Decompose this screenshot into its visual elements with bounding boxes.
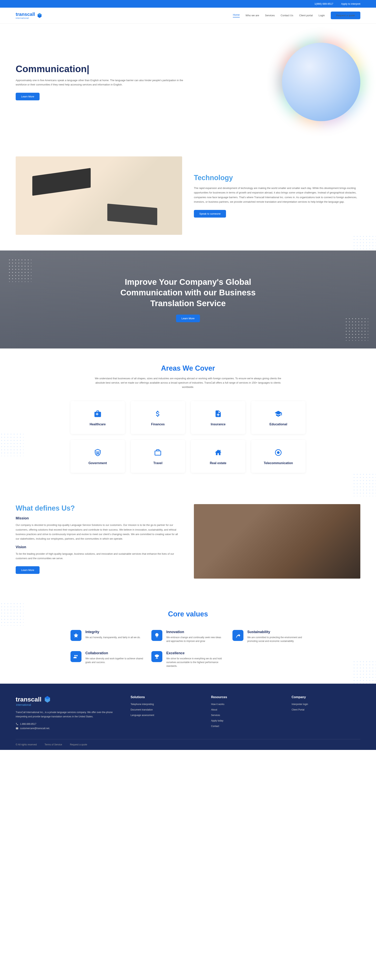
- mission-heading: Mission: [16, 516, 182, 520]
- value-name: Sustainability: [247, 630, 306, 634]
- areas-text: We understand that businesses of all sha…: [90, 376, 286, 389]
- footer-link[interactable]: How it works: [211, 703, 280, 706]
- government-icon: [93, 448, 103, 457]
- area-label: Telecommunication: [255, 461, 302, 465]
- area-card-travel[interactable]: Travel: [131, 440, 185, 473]
- footer-link[interactable]: Contact: [211, 725, 280, 727]
- area-label: Healthcare: [75, 423, 121, 426]
- dots-decoration: [345, 317, 368, 340]
- defines-learn-more-button[interactable]: Learn More: [16, 566, 40, 574]
- insurance-icon: [213, 409, 223, 418]
- area-label: Real estate: [195, 461, 241, 465]
- nav-contact[interactable]: Contact Us: [281, 14, 293, 17]
- innovation-icon: [151, 630, 162, 641]
- terms-link[interactable]: Terms of Service: [44, 743, 62, 746]
- values-title: Core values: [16, 610, 360, 618]
- dots-decoration: [0, 433, 24, 456]
- nav-home[interactable]: Home: [233, 13, 240, 18]
- footer-link[interactable]: Client Portal: [292, 708, 360, 711]
- vision-heading: Vision: [16, 545, 182, 549]
- footer-link[interactable]: Language assessment: [131, 714, 199, 717]
- value-excellence: ExcellenceWe strive for excellence in ev…: [151, 651, 224, 668]
- technology-text: The rapid expansion and development of t…: [194, 186, 360, 204]
- topbar-apply-link[interactable]: Apply to interpret: [341, 2, 360, 5]
- footer-logo-subtitle: international: [16, 703, 119, 706]
- footer: transcall international TransCall Intern…: [0, 684, 376, 750]
- footer-link[interactable]: Document translation: [131, 708, 199, 711]
- area-card-healthcare[interactable]: Healthcare: [70, 401, 125, 434]
- travel-icon: [153, 448, 163, 457]
- area-card-finances[interactable]: Finances: [131, 401, 185, 434]
- nav-client-portal[interactable]: Client portal: [299, 14, 313, 17]
- value-name: Integrity: [86, 630, 140, 634]
- footer-link[interactable]: Interpreter login: [292, 703, 360, 706]
- real-estate-icon: [213, 448, 223, 457]
- area-label: Government: [75, 461, 121, 465]
- value-desc: We are committed to protecting the envir…: [247, 636, 306, 643]
- telecommunication-icon: [273, 448, 283, 457]
- logo[interactable]: transcall international: [16, 11, 43, 19]
- nav-login[interactable]: Login: [319, 14, 325, 17]
- area-card-telecommunication[interactable]: Telecommunication: [251, 440, 306, 473]
- footer-phone[interactable]: 1.866.689.8517: [16, 723, 119, 725]
- value-innovation: InnovationWe embrace change and continua…: [151, 630, 224, 643]
- healthcare-icon: [93, 409, 103, 418]
- request-quote-button[interactable]: Request a quote: [331, 11, 360, 19]
- dots-decoration: [0, 602, 24, 626]
- defines-title: What defines Us?: [16, 504, 182, 512]
- footer-link[interactable]: Telephone interpreting: [131, 703, 199, 706]
- dots-decoration: [352, 660, 376, 684]
- phone-icon: [16, 723, 18, 725]
- area-card-educational[interactable]: Educational: [251, 401, 306, 434]
- copyright: © All rights reserved: [16, 743, 37, 746]
- topbar: 1(866) 689-8517 Apply to interpret: [0, 0, 376, 8]
- logo-text: transcall: [16, 11, 35, 17]
- email-icon: [16, 727, 18, 730]
- integrity-icon: [70, 630, 81, 641]
- hero-text: Approximately one in five Americans spea…: [16, 78, 188, 87]
- banner-learn-more-button[interactable]: Learn More: [176, 315, 200, 322]
- nav-services[interactable]: Services: [265, 14, 275, 17]
- area-card-government[interactable]: Government: [70, 440, 125, 473]
- areas-grid: Healthcare Finances Insurance Educationa…: [70, 401, 306, 473]
- value-sustainability: SustainabilityWe are committed to protec…: [232, 630, 306, 643]
- defines-image: [194, 504, 360, 579]
- area-card-real-estate[interactable]: Real estate: [191, 440, 245, 473]
- hero-learn-more-button[interactable]: Learn More: [16, 93, 40, 100]
- area-label: Travel: [135, 461, 181, 465]
- header: transcall international Home Who we are …: [0, 8, 376, 23]
- footer-description: TransCall International Inc., is a priva…: [16, 710, 119, 719]
- value-desc: We value diversity and work together to …: [86, 657, 144, 664]
- excellence-icon: [151, 651, 162, 662]
- banner-section: Improve Your Company's Global Communicat…: [0, 250, 376, 348]
- mission-text: Our company is devoted to providing top-…: [16, 523, 182, 541]
- value-desc: We act honestly, transparently, and fair…: [86, 636, 140, 640]
- footer-link[interactable]: Services: [211, 714, 280, 717]
- educational-icon: [273, 409, 283, 418]
- area-label: Educational: [255, 423, 302, 426]
- area-card-insurance[interactable]: Insurance: [191, 401, 245, 434]
- value-name: Innovation: [166, 630, 224, 634]
- technology-section: Technology The rapid expansion and devel…: [0, 141, 376, 250]
- value-name: Collaboration: [86, 651, 144, 655]
- footer-email[interactable]: customercare@transcall.net.: [16, 727, 119, 730]
- values-section: Core values IntegrityWe act honestly, tr…: [0, 594, 376, 684]
- footer-link[interactable]: About: [211, 708, 280, 711]
- footer-col-title: Resources: [211, 695, 280, 699]
- sustainability-icon: [232, 630, 243, 641]
- footer-col-title: Solutions: [131, 695, 199, 699]
- footer-link[interactable]: Apply today: [211, 719, 280, 722]
- finances-icon: [153, 409, 163, 418]
- topbar-phone[interactable]: 1(866) 689-8517: [314, 2, 333, 5]
- logo-subtitle: international: [16, 17, 35, 19]
- request-quote-link[interactable]: Request a quote: [70, 743, 87, 746]
- footer-logo: transcall: [16, 695, 119, 703]
- dots-decoration: [8, 258, 31, 282]
- area-label: Finances: [135, 423, 181, 426]
- nav-who-we-are[interactable]: Who we are: [246, 14, 259, 17]
- value-collaboration: CollaborationWe value diversity and work…: [70, 651, 144, 668]
- speak-to-someone-button[interactable]: Speak to someone: [194, 210, 226, 218]
- defines-section: What defines Us? Mission Our company is …: [0, 488, 376, 594]
- value-desc: We strive for excellence in everything w…: [166, 657, 224, 668]
- collaboration-icon: [70, 651, 81, 662]
